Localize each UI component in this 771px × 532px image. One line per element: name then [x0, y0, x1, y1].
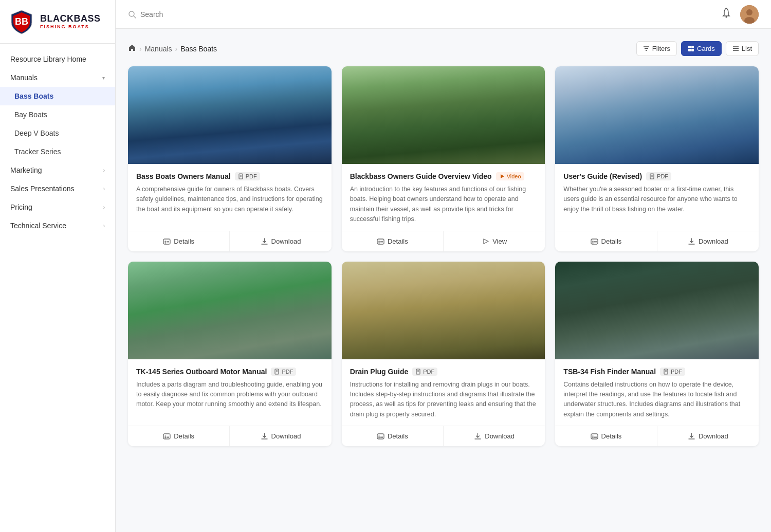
card-footer: DetailsView — [342, 231, 545, 251]
topbar — [116, 0, 771, 29]
card-image — [128, 66, 332, 164]
sidebar-item-tracker-series[interactable]: Tracker Series — [0, 142, 115, 161]
card-image — [128, 262, 332, 359]
card-action-view[interactable]: View — [443, 231, 545, 251]
card-badge: PDF — [646, 172, 671, 180]
sidebar-item-bay-boats[interactable]: Bay Boats — [0, 105, 115, 124]
svg-line-2 — [134, 16, 136, 18]
card-action-details[interactable]: Details — [128, 426, 229, 446]
card-action-download[interactable]: Download — [657, 426, 759, 446]
filter-icon — [643, 45, 650, 52]
sidebar-item-deep-v-boats[interactable]: Deep V Boats — [0, 124, 115, 142]
download-icon — [688, 237, 695, 245]
card-card1: Bass Boats Owners Manual PDF A comprehen… — [128, 66, 332, 251]
search-icon — [128, 10, 136, 19]
card-title: Bass Boats Owners Manual — [136, 172, 231, 180]
sidebar-item-marketing[interactable]: Marketing › — [0, 161, 115, 179]
sidebar-item-technical-service[interactable]: Technical Service › — [0, 216, 115, 235]
view-controls: Filters Cards — [636, 41, 759, 56]
logo-text: BLACKBASS FISHING BOATS — [40, 14, 101, 29]
card-image — [555, 262, 759, 359]
search-input[interactable] — [140, 10, 295, 19]
sidebar-item-sales-presentations[interactable]: Sales Presentations › — [0, 179, 115, 198]
card-title-row: Blackbass Owners Guide Overview Video Vi… — [350, 172, 537, 180]
svg-point-46 — [165, 435, 166, 436]
card-action-details[interactable]: Details — [342, 231, 443, 251]
card-image — [555, 66, 759, 164]
card-card3: User's Guide (Revised) PDF Whether you'r… — [555, 66, 759, 251]
breadcrumb-current: Bass Boats — [180, 45, 217, 53]
card-badge: PDF — [235, 172, 260, 180]
card-action-details[interactable]: Details — [128, 231, 229, 251]
svg-rect-10 — [688, 46, 691, 48]
card-action-download[interactable]: Download — [443, 426, 545, 446]
bell-icon[interactable] — [721, 7, 732, 21]
card-title: Blackbass Owners Guide Overview Video — [350, 172, 492, 180]
svg-point-29 — [378, 242, 379, 243]
card-body: Blackbass Owners Guide Overview Video Vi… — [342, 164, 545, 231]
avatar[interactable] — [740, 5, 759, 24]
card-body: Bass Boats Owners Manual PDF A comprehen… — [128, 164, 332, 231]
svg-rect-11 — [691, 46, 694, 48]
sidebar-item-manuals[interactable]: Manuals ▾ — [0, 68, 115, 87]
card-description: Instructions for installing and removing… — [350, 380, 537, 420]
card-action-download[interactable]: Download — [229, 231, 331, 251]
card-footer: DetailsDownload — [342, 426, 545, 446]
list-view-button[interactable]: List — [726, 41, 759, 56]
card-card5: Drain Plug Guide PDF Instructions for in… — [342, 262, 545, 447]
details-icon — [377, 432, 384, 440]
breadcrumb-sep-2: › — [175, 45, 178, 53]
chevron-right-icon-3: › — [103, 205, 105, 210]
card-footer: DetailsDownload — [128, 231, 332, 251]
sidebar-item-bass-boats[interactable]: Bass Boats — [0, 87, 115, 105]
svg-point-65 — [592, 437, 593, 438]
card-card4: TK-145 Series Outboard Motor Manual PDF … — [128, 262, 332, 447]
card-badge: PDF — [660, 368, 685, 376]
filters-button[interactable]: Filters — [636, 41, 677, 56]
download-icon — [474, 432, 482, 440]
topbar-right — [721, 5, 759, 24]
details-icon — [163, 237, 171, 245]
breadcrumb: › Manuals › Bass Boats — [128, 44, 217, 54]
breadcrumb-manuals[interactable]: Manuals — [145, 45, 172, 53]
chevron-right-icon-2: › — [103, 186, 105, 192]
card-card2: Blackbass Owners Guide Overview Video Vi… — [342, 66, 545, 251]
sidebar-item-resource-library[interactable]: Resource Library Home — [0, 50, 115, 68]
card-title-row: Drain Plug Guide PDF — [350, 368, 537, 376]
card-action-download[interactable]: Download — [229, 426, 331, 446]
card-action-details[interactable]: Details — [555, 231, 656, 251]
details-icon — [377, 237, 384, 245]
svg-point-47 — [165, 437, 166, 438]
cards-grid: Bass Boats Owners Manual PDF A comprehen… — [128, 66, 759, 446]
card-description: Includes a parts diagram and troubleshoo… — [136, 380, 323, 410]
card-title-row: Bass Boats Owners Manual PDF — [136, 172, 323, 180]
logo-area: BB BLACKBASS FISHING BOATS — [0, 0, 115, 44]
card-body: TSB-34 Fish Finder Manual PDF Contains d… — [555, 359, 759, 426]
card-footer: DetailsDownload — [128, 426, 332, 446]
sidebar-item-pricing[interactable]: Pricing › — [0, 198, 115, 216]
svg-point-5 — [746, 9, 752, 15]
svg-marker-32 — [484, 239, 488, 244]
svg-point-22 — [165, 242, 166, 243]
download-icon — [261, 432, 268, 440]
grid-icon — [688, 45, 694, 52]
card-card6: TSB-34 Fish Finder Manual PDF Contains d… — [555, 262, 759, 447]
breadcrumb-sep-1: › — [139, 45, 142, 53]
card-badge: PDF — [271, 368, 296, 376]
card-body: User's Guide (Revised) PDF Whether you'r… — [555, 164, 759, 231]
svg-marker-26 — [501, 174, 504, 178]
svg-rect-12 — [688, 49, 691, 51]
card-image — [342, 262, 545, 359]
card-action-details[interactable]: Details — [555, 426, 656, 446]
svg-point-37 — [592, 241, 593, 242]
card-body: Drain Plug Guide PDF Instructions for in… — [342, 359, 545, 426]
cards-view-button[interactable]: Cards — [681, 41, 722, 56]
card-badge: PDF — [412, 368, 437, 376]
chevron-down-icon: ▾ — [102, 75, 105, 81]
card-action-download[interactable]: Download — [657, 231, 759, 251]
breadcrumb-home[interactable] — [128, 44, 136, 54]
content-area: › Manuals › Bass Boats Filters — [116, 29, 771, 532]
card-action-details[interactable]: Details — [342, 426, 443, 446]
card-description: A comprehensive guide for owners of Blac… — [136, 185, 323, 214]
svg-rect-13 — [691, 49, 694, 51]
